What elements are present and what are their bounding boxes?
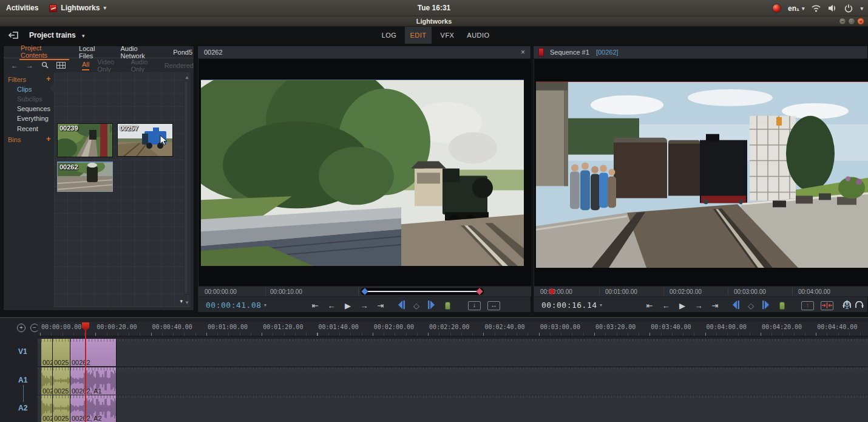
bin-scrollbar[interactable] — [184, 81, 188, 294]
source-current-timecode[interactable]: 00:00:41.08 — [206, 301, 262, 310]
track-label-a2[interactable]: A2 — [18, 404, 35, 412]
timeline-clip[interactable]: 002 — [41, 395, 53, 422]
project-menu-chevron-icon[interactable]: ▾ — [82, 33, 85, 39]
timeline-clip[interactable]: 0025 — [53, 395, 70, 422]
seq-go-to-start-button[interactable]: ⇤ — [645, 301, 654, 311]
mark-in-button[interactable] — [398, 301, 405, 311]
sequence-video-area[interactable] — [534, 59, 868, 286]
keyboard-layout-indicator[interactable]: en₁ ▾ — [788, 4, 805, 13]
seq-step-back-button[interactable]: ← — [661, 301, 671, 311]
tab-log[interactable]: LOG — [376, 27, 402, 44]
sidebar-item-sequences[interactable]: Sequences — [17, 104, 50, 113]
track-lane-v1[interactable]: 002 0025 00262 — [38, 339, 868, 366]
panel-dropdown-chevron-icon[interactable]: ▾ — [180, 298, 183, 304]
timeline-clip[interactable]: 00262, A1 — [70, 367, 117, 395]
track-label-a1[interactable]: A1 — [18, 376, 35, 384]
minimize-button[interactable]: − — [839, 18, 846, 25]
track-lane-a1[interactable]: 002 0025 00262, A1 — [38, 367, 868, 395]
clip-thumbnail-00262[interactable]: 00262 — [57, 162, 113, 192]
seq-go-to-end-button[interactable]: ⇥ — [710, 301, 720, 311]
clip-thumbnail-00239[interactable]: 00239 — [57, 123, 113, 157]
mark-in-handle[interactable] — [361, 288, 368, 294]
go-to-start-button[interactable]: ⇤ — [310, 301, 320, 311]
track-lane-a2[interactable]: 002 0025 00262, A2 — [38, 395, 868, 422]
replace-edit-button[interactable]: ↔ — [487, 301, 500, 310]
tab-audio-network[interactable]: Audio Network — [120, 45, 164, 60]
remove-edit-button[interactable]: ↑ — [801, 301, 814, 310]
filter-tab-all[interactable]: All — [82, 61, 89, 70]
position-handle[interactable] — [476, 288, 483, 294]
step-back-button[interactable]: ← — [327, 301, 336, 311]
add-filter-button[interactable]: + — [46, 75, 51, 83]
insert-edit-button[interactable]: ↓ — [468, 301, 481, 310]
mark-out-button[interactable] — [428, 301, 435, 311]
source-scrub-bar[interactable] — [361, 288, 484, 295]
add-bin-button[interactable]: + — [46, 135, 51, 143]
seq-step-forward-button[interactable]: → — [694, 301, 704, 311]
sidebar-item-subclips[interactable]: Subclips — [17, 95, 42, 103]
tab-pond5[interactable]: Pond5 — [172, 49, 194, 56]
clock[interactable]: Tue 16:31 — [0, 4, 868, 12]
back-arrow-icon[interactable]: ← — [11, 61, 18, 70]
redo-icon[interactable] — [855, 301, 864, 310]
track-label-v1[interactable]: V1 — [18, 347, 35, 356]
scroll-down-icon[interactable]: ▼ — [185, 300, 189, 305]
play-button[interactable]: ▶ — [343, 301, 353, 311]
clip-name: 002 — [42, 387, 53, 395]
volume-icon[interactable] — [828, 4, 837, 12]
sidebar-item-clips[interactable]: Clips — [17, 85, 32, 94]
playhead-line[interactable] — [85, 330, 86, 422]
close-viewer-icon[interactable]: × — [521, 46, 525, 58]
timeline-clip[interactable]: 0025 — [53, 339, 70, 366]
tab-vfx[interactable]: VFX — [435, 27, 460, 44]
tab-local-files[interactable]: Local Files — [78, 45, 110, 60]
power-icon[interactable] — [844, 4, 853, 13]
forward-arrow-icon[interactable]: → — [26, 61, 33, 70]
tab-audio[interactable]: AUDIO — [463, 27, 494, 44]
timeline-clip[interactable]: 00262 — [70, 339, 117, 366]
seq-tag-button[interactable] — [779, 302, 785, 310]
undo-icon[interactable] — [843, 301, 852, 310]
scroll-up-icon[interactable]: ▲ — [185, 75, 189, 80]
recording-indicator-icon[interactable] — [773, 4, 781, 12]
filter-tab-audio-only[interactable]: Audio Only — [131, 58, 156, 73]
sequence-current-timecode[interactable]: 00:00:16.14 — [541, 301, 597, 310]
timeline-clip[interactable]: 002 — [41, 367, 53, 395]
sidebar-item-everything[interactable]: Everything — [17, 114, 49, 123]
source-timecode-ruler[interactable]: 00:00:00.00 00:00:10.00 — [198, 286, 531, 297]
timeline-ruler[interactable]: 00:00:00.0000:00:20.0000:00:40.0000:01:0… — [38, 322, 868, 336]
seq-mark-park-button[interactable]: ◇ — [746, 301, 756, 311]
filter-tab-rendered[interactable]: Rendered — [164, 62, 194, 69]
timeline-clip[interactable]: 002 — [41, 339, 53, 366]
close-button[interactable]: × — [857, 18, 864, 25]
window-title-bar[interactable]: Lightworks − □ × — [0, 16, 868, 27]
seq-mark-out-button[interactable] — [762, 301, 769, 311]
sequence-timecode-ruler[interactable]: 00:00:00.00 00:01:00.00 00:02:00.00 00:0… — [534, 286, 868, 297]
source-video-area[interactable] — [198, 59, 531, 286]
tag-button[interactable] — [445, 302, 450, 310]
sidebar-item-recent[interactable]: Recent — [17, 124, 38, 133]
timeline-clip[interactable]: 0025 — [53, 367, 70, 395]
timecode-menu-chevron-icon[interactable]: ▾ — [264, 302, 266, 308]
seq-play-button[interactable]: ▶ — [677, 301, 687, 311]
timeline-zoom-in-button[interactable]: + — [17, 324, 25, 332]
timeline-clip[interactable]: 00262, A2 — [70, 395, 117, 422]
timecode-menu-chevron-icon[interactable]: ▾ — [600, 302, 602, 308]
tile-view-icon[interactable] — [56, 60, 66, 71]
maximize-button[interactable]: □ — [848, 18, 855, 25]
delete-edit-button[interactable] — [821, 301, 833, 310]
exit-project-button[interactable] — [8, 31, 19, 42]
project-name-button[interactable]: Project trains — [29, 27, 76, 44]
chevron-down-icon[interactable]: ▾ — [860, 5, 863, 12]
step-forward-button[interactable]: → — [359, 301, 369, 311]
tab-edit[interactable]: EDIT — [405, 27, 432, 44]
sequence-viewer-header[interactable]: Sequence #1 [00262] — [534, 46, 867, 59]
filter-tab-video-only[interactable]: Video Only — [97, 58, 123, 73]
source-viewer-header[interactable]: 00262 × — [198, 46, 531, 59]
tab-project-contents[interactable]: Project Contents — [19, 44, 69, 60]
seq-mark-in-button[interactable] — [733, 301, 739, 311]
mark-park-button[interactable]: ◇ — [412, 301, 421, 311]
search-icon[interactable] — [41, 60, 49, 71]
go-to-end-button[interactable]: ⇥ — [376, 301, 385, 311]
wifi-icon[interactable] — [812, 4, 821, 12]
